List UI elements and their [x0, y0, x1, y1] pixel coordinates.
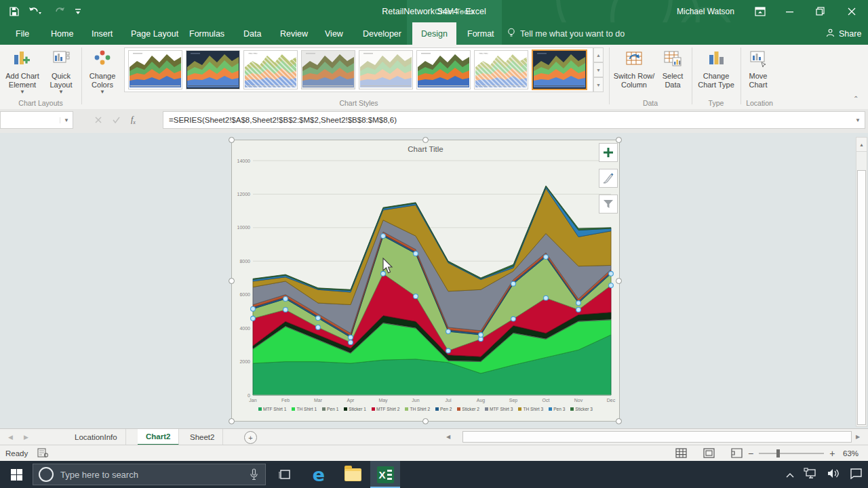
selection-handle[interactable]	[229, 418, 235, 424]
selected-series-data-point[interactable]	[349, 340, 353, 345]
selected-series-data-point[interactable]	[316, 316, 321, 321]
horizontal-scroll-thumb[interactable]	[462, 431, 852, 443]
zoom-out-button[interactable]: −	[748, 448, 753, 459]
tab-data[interactable]: Data	[235, 22, 270, 45]
tab-file[interactable]: File	[7, 22, 38, 45]
selected-series-data-point[interactable]	[511, 281, 516, 286]
chart-style-thumbnail-chart-style-7[interactable]	[474, 50, 528, 89]
selection-handle[interactable]	[616, 137, 622, 143]
select-data-button[interactable]: Select Data	[656, 47, 689, 89]
gallery-scroll-down[interactable]: ▼	[593, 62, 604, 77]
gallery-scroll-up[interactable]: ▲	[593, 47, 604, 62]
close-button[interactable]	[840, 0, 863, 22]
change-chart-type-button[interactable]: Change Chart Type	[694, 47, 738, 89]
stacked-area-chart[interactable]: Chart Title02000400060008000100001200014…	[232, 140, 619, 421]
selected-series-data-point[interactable]	[381, 234, 386, 239]
selection-handle[interactable]	[422, 137, 429, 143]
name-box-caret-icon[interactable]: ▼	[60, 117, 73, 123]
page-layout-view-icon[interactable]	[703, 448, 715, 460]
sheet-tab-locationinfo[interactable]: LocationInfo	[66, 429, 126, 445]
selected-series-data-point[interactable]	[446, 329, 451, 334]
selected-series-data-point[interactable]	[251, 316, 256, 321]
chart-style-thumbnail-chart-style-3[interactable]	[243, 50, 298, 89]
share-button[interactable]: Share	[826, 22, 861, 45]
sheet-tab-chart2[interactable]: Chart2	[138, 429, 179, 445]
selected-series-data-point[interactable]	[349, 335, 353, 340]
chart-style-thumbnail-chart-style-5[interactable]	[359, 50, 413, 89]
restore-button[interactable]	[808, 0, 831, 22]
zoom-slider-thumb[interactable]	[776, 449, 780, 458]
selected-series-data-point[interactable]	[283, 308, 288, 312]
selected-series-data-point[interactable]	[316, 325, 321, 330]
switch-row-column-button[interactable]: Switch Row/ Column	[612, 47, 656, 89]
tab-developer[interactable]: Developer	[354, 22, 410, 45]
tab-page-layout[interactable]: Page Layout	[122, 22, 187, 45]
add-chart-element-button[interactable]: Add Chart Element▼	[3, 47, 42, 95]
selected-series-data-point[interactable]	[511, 317, 516, 321]
legend-item[interactable]: Pen 3	[549, 407, 565, 411]
chart-style-thumbnail-chart-style-2[interactable]	[186, 50, 240, 89]
chart-filters-button[interactable]	[599, 195, 618, 214]
selected-series-data-point[interactable]	[544, 296, 549, 300]
ribbon-display-options-button[interactable]	[749, 0, 772, 22]
selection-handle[interactable]	[229, 137, 235, 143]
taskbar-search-input[interactable]: Type here to search	[33, 464, 266, 485]
selection-handle[interactable]	[616, 278, 622, 284]
gallery-more-button[interactable]: ▼	[593, 77, 604, 92]
network-icon[interactable]	[804, 468, 817, 482]
legend-item[interactable]: TH Shirt 1	[292, 407, 317, 411]
move-chart-button[interactable]: Move Chart	[742, 47, 774, 89]
legend-item[interactable]: TH Shirt 3	[518, 407, 543, 411]
tab-review[interactable]: Review	[271, 22, 317, 45]
selected-series-data-point[interactable]	[251, 306, 256, 311]
quick-layout-button[interactable]: Quick Layout▼	[43, 47, 79, 95]
chart-style-button[interactable]	[599, 169, 618, 188]
enter-formula-icon[interactable]	[113, 114, 120, 126]
zoom-level[interactable]: 63%	[843, 445, 859, 462]
insert-function-icon[interactable]: fx	[131, 115, 136, 125]
change-colors-button[interactable]: Change Colors▼	[83, 47, 121, 95]
selected-series-data-point[interactable]	[609, 271, 614, 276]
new-sheet-button[interactable]: +	[244, 431, 257, 444]
legend-item[interactable]: Sticker 1	[344, 407, 366, 411]
formula-input[interactable]: =SERIES(Sheet2!$A$8,Sheet2!$B$2:$M$2,She…	[163, 111, 865, 129]
chart-title[interactable]: Chart Title	[408, 145, 443, 153]
start-button[interactable]	[0, 461, 33, 488]
zoom-in-button[interactable]: +	[829, 448, 835, 459]
cancel-formula-icon[interactable]	[95, 114, 102, 126]
scroll-left-icon[interactable]: ◀	[443, 430, 453, 443]
legend-item[interactable]: Sticker 3	[570, 407, 593, 411]
undo-button[interactable]	[28, 7, 42, 16]
vertical-scrollbar[interactable]: ▲	[856, 137, 867, 427]
tab-view[interactable]: View	[316, 22, 352, 45]
legend-item[interactable]: Pen 2	[435, 407, 452, 411]
sheet-tab-sheet2[interactable]: Sheet2	[182, 429, 223, 445]
sheet-nav-left-icon[interactable]: ◀	[8, 434, 13, 441]
legend-item[interactable]: MTF Shirt 1	[258, 407, 286, 411]
worksheet-area[interactable]: Chart Title02000400060008000100001200014…	[0, 133, 868, 428]
hidden-icons-chevron[interactable]	[786, 468, 794, 481]
action-center-icon[interactable]	[850, 468, 863, 482]
sheet-nav-right-icon[interactable]: ▶	[24, 434, 28, 441]
selected-series-data-point[interactable]	[544, 255, 549, 260]
zoom-slider[interactable]	[759, 453, 824, 454]
chart-style-thumbnail-chart-style-8[interactable]	[532, 49, 587, 90]
normal-view-icon[interactable]	[675, 448, 687, 460]
microphone-icon[interactable]	[250, 468, 258, 483]
selection-handle[interactable]	[422, 418, 429, 424]
minimize-button[interactable]	[778, 0, 802, 22]
scroll-up-icon[interactable]: ▲	[856, 138, 867, 152]
legend-item[interactable]: MTF Shirt 3	[485, 407, 513, 411]
file-explorer-icon[interactable]	[338, 461, 368, 488]
tell-me-box[interactable]: Tell me what you want to do	[507, 22, 625, 45]
task-view-button[interactable]	[270, 461, 300, 488]
macro-record-icon[interactable]	[37, 448, 48, 459]
selected-series-data-point[interactable]	[576, 308, 581, 312]
selection-handle[interactable]	[616, 418, 622, 424]
legend-item[interactable]: MTF Shirt 2	[372, 407, 399, 411]
edge-browser-icon[interactable]: e	[304, 461, 334, 488]
selected-series-data-point[interactable]	[446, 348, 451, 353]
tab-format[interactable]: Format	[458, 22, 503, 45]
vertical-scroll-thumb[interactable]	[857, 170, 866, 425]
tab-formulas[interactable]: Formulas	[180, 22, 233, 45]
